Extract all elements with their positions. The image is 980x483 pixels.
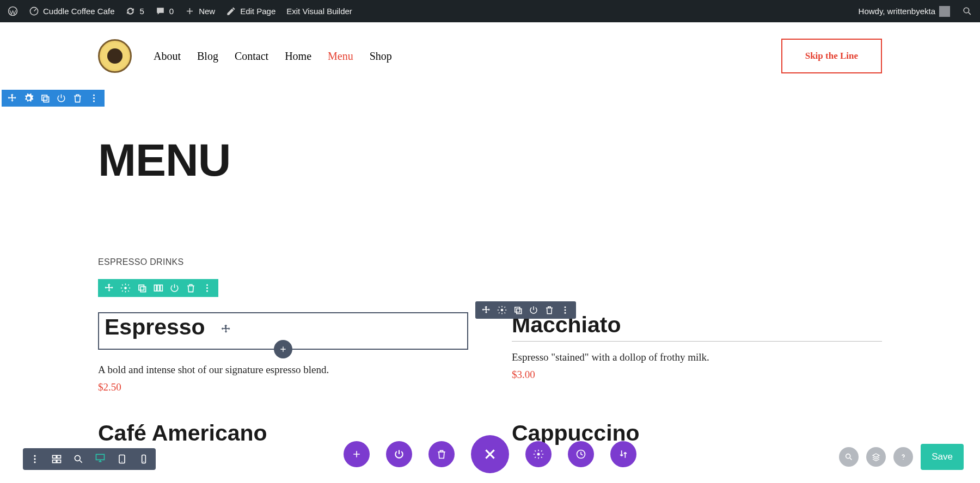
admin-bar-left: Cuddle Coffee Cafe 5 0 New Edit Page Exi…	[5, 6, 354, 16]
columns-icon[interactable]	[153, 283, 163, 293]
svg-point-35	[143, 461, 144, 462]
search-icon	[962, 6, 972, 16]
phone-icon[interactable]	[138, 454, 149, 465]
user-greeting[interactable]: Howdy, writtenbyekta	[856, 6, 952, 17]
layers-button[interactable]	[866, 447, 886, 467]
plus-icon	[351, 449, 362, 460]
svg-point-5	[93, 94, 95, 96]
close-panel-button[interactable]	[471, 435, 509, 473]
add-module-button[interactable]	[274, 340, 292, 358]
svg-point-36	[537, 453, 540, 456]
trash-icon[interactable]	[186, 283, 196, 293]
move-icon[interactable]	[481, 305, 491, 315]
exit-builder-link[interactable]: Exit Visual Builder	[284, 7, 354, 16]
pencil-icon	[226, 6, 236, 16]
new-link[interactable]: New	[182, 6, 217, 16]
comments-link[interactable]: 0	[153, 6, 176, 16]
trash-button[interactable]	[428, 441, 455, 467]
power-button[interactable]	[386, 441, 412, 467]
more-icon[interactable]	[560, 305, 570, 315]
svg-point-6	[93, 97, 95, 99]
updates-link[interactable]: 5	[123, 6, 146, 16]
move-handle-icon[interactable]	[220, 324, 231, 335]
bottom-right-toolbar: Save	[839, 444, 964, 470]
power-icon[interactable]	[56, 93, 66, 103]
search-button[interactable]	[839, 447, 859, 467]
duplicate-icon[interactable]	[137, 283, 147, 293]
svg-rect-18	[515, 307, 520, 312]
svg-rect-3	[42, 95, 47, 101]
menu-item-espresso: Espresso A bold and intense shot of our …	[98, 312, 468, 393]
desktop-icon[interactable]	[95, 453, 106, 463]
selected-module[interactable]: Espresso	[98, 312, 468, 350]
move-icon[interactable]	[104, 283, 114, 293]
svg-point-30	[75, 455, 80, 461]
nav-contact[interactable]: Contact	[235, 50, 268, 63]
svg-rect-27	[57, 455, 61, 458]
move-icon[interactable]	[7, 93, 17, 103]
save-button[interactable]: Save	[921, 444, 964, 470]
main-nav: About Blog Contact Home Menu Shop	[154, 50, 392, 63]
page-content: MENU ESPRESSO DRINKS Espresso	[0, 107, 980, 446]
svg-rect-26	[53, 455, 57, 458]
howdy-text: Howdy, writtenbyekta	[859, 7, 935, 16]
wireframe-icon[interactable]	[51, 454, 62, 465]
tablet-icon[interactable]	[117, 454, 127, 465]
site-logo[interactable]	[98, 39, 132, 73]
svg-rect-19	[517, 309, 522, 314]
svg-point-33	[121, 461, 122, 462]
power-icon[interactable]	[529, 305, 538, 315]
svg-point-22	[565, 312, 566, 314]
settings-button[interactable]	[525, 441, 552, 467]
svg-rect-28	[53, 460, 57, 463]
nav-menu[interactable]: Menu	[328, 50, 353, 63]
zoom-icon[interactable]	[73, 454, 84, 465]
svg-point-16	[206, 290, 208, 292]
search-toggle[interactable]	[960, 6, 975, 16]
wp-logo[interactable]	[5, 6, 20, 16]
item-name[interactable]: Espresso	[105, 314, 205, 343]
skip-line-button[interactable]: Skip the Line	[781, 39, 882, 73]
search-icon	[844, 453, 853, 461]
item-price: $2.50	[98, 381, 468, 393]
site-name: Cuddle Coffee Cafe	[43, 7, 114, 16]
trash-icon[interactable]	[72, 93, 83, 103]
plus-icon	[279, 345, 287, 354]
power-icon[interactable]	[169, 283, 180, 293]
item-desc: A bold and intense shot of our signature…	[98, 364, 468, 376]
menu-row-1: Espresso A bold and intense shot of our …	[98, 312, 882, 393]
svg-point-7	[93, 100, 95, 102]
trash-icon[interactable]	[544, 305, 554, 315]
svg-rect-10	[140, 287, 146, 292]
nav-shop[interactable]: Shop	[370, 50, 392, 63]
gear-icon[interactable]	[497, 305, 507, 315]
item-price: $3.00	[512, 369, 882, 381]
svg-point-38	[846, 454, 850, 459]
duplicate-icon[interactable]	[513, 305, 523, 315]
nav-home[interactable]: Home	[285, 50, 311, 63]
more-icon[interactable]	[29, 454, 40, 465]
edit-page-label: Edit Page	[240, 7, 275, 16]
site-name-link[interactable]: Cuddle Coffee Cafe	[27, 6, 117, 16]
item-desc: Espresso "stained" with a dollop of frot…	[512, 351, 882, 363]
swap-button[interactable]	[610, 441, 636, 467]
bottom-left-toolbar	[23, 448, 156, 470]
refresh-icon	[125, 6, 136, 16]
gear-icon[interactable]	[120, 283, 131, 293]
nav-blog[interactable]: Blog	[197, 50, 218, 63]
more-icon[interactable]	[89, 93, 99, 103]
question-icon	[899, 453, 908, 461]
gear-icon[interactable]	[23, 93, 34, 103]
new-label: New	[199, 7, 215, 16]
duplicate-icon[interactable]	[40, 93, 50, 103]
page-title: MENU	[98, 134, 882, 187]
nav-about[interactable]: About	[154, 50, 181, 63]
history-button[interactable]	[568, 441, 594, 467]
svg-rect-9	[139, 285, 144, 290]
more-icon[interactable]	[202, 283, 212, 293]
edit-page-link[interactable]: Edit Page	[224, 6, 278, 16]
updates-count: 5	[139, 7, 144, 16]
add-button[interactable]	[344, 441, 370, 467]
svg-point-14	[206, 284, 208, 286]
help-button[interactable]	[893, 447, 913, 467]
